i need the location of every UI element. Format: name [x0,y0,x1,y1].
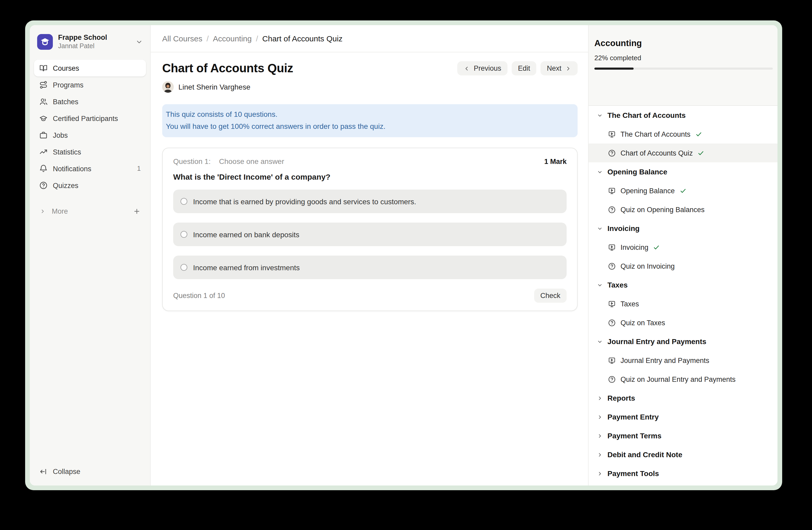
question-progress: Question 1 of 10 [173,292,225,299]
outline-item-label: Quiz on Opening Balances [621,206,705,213]
collapse-sidebar-icon [39,468,47,475]
briefcase-icon [39,131,48,139]
quiz-quiz-on-taxes[interactable]: Quiz on Taxes [589,313,778,332]
outline-item-label: Taxes [621,300,639,308]
plus-icon[interactable] [133,207,141,215]
outline-item-label: Quiz on Journal Entry and Payments [621,375,736,383]
section-payment-tools[interactable]: Payment Tools [589,464,778,483]
sidebar-item-more[interactable]: More [34,203,146,220]
chevron-down-icon [597,169,603,175]
sidebar-item-certified-participants[interactable]: Certified Participants [34,110,146,127]
quiz-quiz-on-invoicing[interactable]: Quiz on Invoicing [589,256,778,276]
section-payment-terms[interactable]: Payment Terms [589,426,778,445]
help-circle-icon [608,206,616,213]
question-text: What is the 'Direct Income' of a company… [173,172,567,181]
chevron-right-icon [597,395,603,401]
answer-option-1[interactable]: Income that is earned by providing goods… [173,190,567,213]
quiz-author: Linet Sherin Varghese [162,81,578,93]
breadcrumb-accounting[interactable]: Accounting [213,34,252,43]
section-the-chart-of-accounts[interactable]: The Chart of Accounts [589,106,778,125]
sidebar-item-label: Programs [53,81,84,89]
chevron-right-icon [597,433,603,438]
section-opening-balance[interactable]: Opening Balance [589,162,778,181]
check-button[interactable]: Check [534,289,567,303]
breadcrumb-all-courses[interactable]: All Courses [162,34,202,43]
section-title: Payment Terms [607,432,661,440]
breadcrumb: All Courses / Accounting / Chart of Acco… [151,25,588,52]
monitor-play-icon [608,300,616,308]
page-title: Chart of Accounts Quiz [162,61,293,75]
option-label: Income earned on bank deposits [193,230,299,239]
section-debit-and-credit-note[interactable]: Debit and Credit Note [589,445,778,464]
chevron-down-icon [597,282,603,288]
frappe-school-app: Frappe School Jannat Patel CoursesProgra… [30,25,778,486]
section-journal-entry-and-payments[interactable]: Journal Entry and Payments [589,332,778,351]
option-label: Income that is earned by providing goods… [193,197,416,206]
section-title: Taxes [607,281,627,289]
school-switcher[interactable]: Frappe School Jannat Patel [34,32,146,51]
chevron-down-icon [597,112,603,118]
sidebar-item-courses[interactable]: Courses [34,60,146,76]
sidebar-item-notifications[interactable]: Notifications1 [34,160,146,177]
help-circle-icon [608,375,616,383]
next-button[interactable]: Next [540,61,578,75]
collapse-sidebar-button[interactable]: Collapse [34,462,146,482]
lesson-taxes[interactable]: Taxes [589,294,778,313]
monitor-play-icon [608,187,616,195]
check-icon [697,150,704,156]
sidebar-item-jobs[interactable]: Jobs [34,127,146,143]
breadcrumb-separator: / [256,34,258,43]
course-progress-bar [594,68,773,70]
outline-item-label: The Chart of Accounts [621,130,690,138]
quiz-chart-of-accounts-quiz[interactable]: Chart of Accounts Quiz [589,143,778,162]
sidebar-item-programs[interactable]: Programs [34,76,146,93]
chevron-left-icon [464,65,470,71]
lesson-journal-entry-and-payments[interactable]: Journal Entry and Payments [589,351,778,370]
previous-button[interactable]: Previous [458,61,508,75]
route-icon [39,81,48,89]
main-area: All Courses / Accounting / Chart of Acco… [151,25,588,486]
radio-button[interactable] [180,231,187,238]
monitor-play-icon [608,243,616,251]
section-reports[interactable]: Reports [589,389,778,407]
quiz-quiz-on-opening-balances[interactable]: Quiz on Opening Balances [589,200,778,219]
question-mark: 1 Mark [544,158,567,166]
lesson-invoicing[interactable]: Invoicing [589,238,778,256]
answer-option-2[interactable]: Income earned on bank deposits [173,223,567,246]
sidebar-item-label: Statistics [53,148,81,156]
section-invoicing[interactable]: Invoicing [589,219,778,238]
collapse-label: Collapse [53,468,80,475]
question-instruction: Choose one answer [219,157,284,166]
check-icon [653,244,660,251]
radio-button[interactable] [180,198,187,205]
course-progress-text: 22% completed [594,54,773,62]
left-sidebar: Frappe School Jannat Patel CoursesProgra… [30,25,151,486]
section-taxes[interactable]: Taxes [589,276,778,294]
lesson-opening-balance[interactable]: Opening Balance [589,181,778,200]
book-open-icon [39,64,48,72]
outline-item-label: Opening Balance [621,187,675,195]
question-label: Question 1: [173,157,211,166]
next-label: Next [547,65,561,72]
section-title: Invoicing [607,224,640,233]
lesson-the-chart-of-accounts[interactable]: The Chart of Accounts [589,125,778,143]
section-title: Payment Entry [607,413,659,421]
page-actions: Previous Edit Next [458,61,578,75]
breadcrumb-current: Chart of Accounts Quiz [262,34,343,43]
check-label: Check [540,292,560,299]
radio-button[interactable] [180,264,187,271]
edit-button[interactable]: Edit [512,61,537,75]
previous-label: Previous [474,65,501,72]
quiz-quiz-on-journal-entry-and-payments[interactable]: Quiz on Journal Entry and Payments [589,370,778,389]
answer-option-3[interactable]: Income earned from investments [173,255,567,279]
section-payment-entry[interactable]: Payment Entry [589,407,778,426]
option-label: Income earned from investments [193,263,300,271]
chevron-right-icon [40,208,45,214]
sidebar-item-statistics[interactable]: Statistics [34,143,146,160]
outline-item-label: Quiz on Invoicing [621,262,675,270]
sidebar-item-quizzes[interactable]: Quizzes [34,177,146,194]
chevron-right-icon [565,65,571,71]
frappe-school-logo-icon [37,34,53,50]
check-icon [679,187,686,194]
sidebar-item-batches[interactable]: Batches [34,93,146,110]
